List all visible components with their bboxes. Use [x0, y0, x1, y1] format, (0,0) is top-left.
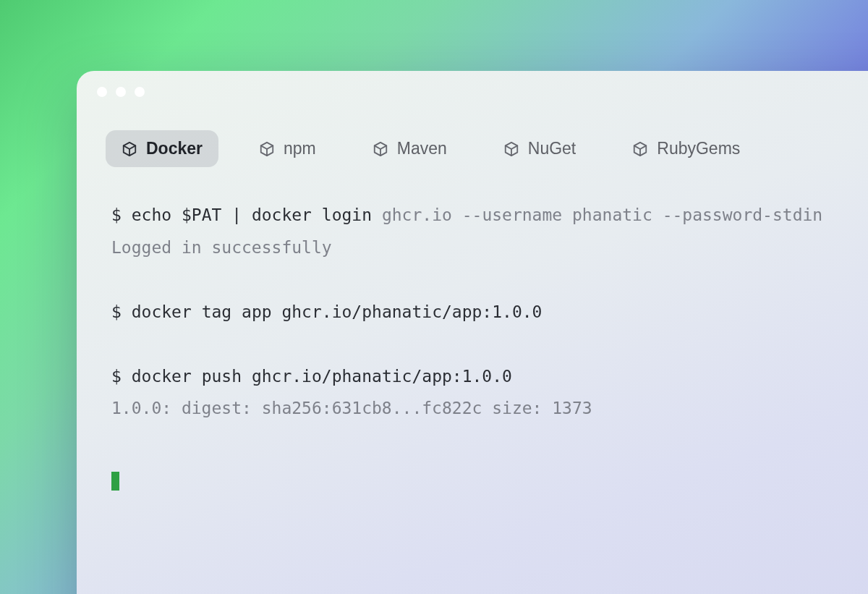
window-control-minimize[interactable]: [116, 87, 126, 97]
tab-label: Maven: [397, 139, 447, 158]
package-icon: [373, 141, 388, 157]
command-line: $ echo $PAT | docker login ghcr.io --use…: [111, 199, 868, 232]
tab-label: npm: [284, 139, 316, 158]
tab-label: NuGet: [528, 139, 576, 158]
terminal-output: $ echo $PAT | docker login ghcr.io --use…: [77, 174, 868, 491]
terminal-window: Docker npm Maven NuGet RubyGems: [77, 71, 868, 594]
package-icon: [122, 141, 137, 157]
tab-docker[interactable]: Docker: [106, 130, 218, 167]
command-text: echo $PAT | docker login: [132, 205, 382, 224]
tab-label: RubyGems: [657, 139, 740, 158]
prompt-symbol: $: [111, 302, 122, 321]
prompt-symbol: $: [111, 367, 122, 386]
command-text: docker tag app ghcr.io/phanatic/app:1.0.…: [132, 302, 542, 321]
tab-label: Docker: [146, 139, 203, 158]
package-icon: [632, 141, 648, 157]
command-line: $ docker tag app ghcr.io/phanatic/app:1.…: [111, 296, 868, 328]
terminal-cursor: [111, 472, 119, 491]
command-line: $ docker push ghcr.io/phanatic/app:1.0.0: [111, 360, 868, 393]
tab-nuget[interactable]: NuGet: [488, 130, 592, 167]
tab-maven[interactable]: Maven: [357, 130, 463, 167]
command-args: ghcr.io --username phanatic --password-s…: [382, 205, 822, 224]
window-control-zoom[interactable]: [135, 87, 145, 97]
tab-rubygems[interactable]: RubyGems: [616, 130, 756, 167]
command-text: docker push ghcr.io/phanatic/app:1.0.0: [132, 367, 512, 386]
output-line: Logged in successfully: [111, 232, 868, 264]
package-tabs: Docker npm Maven NuGet RubyGems: [77, 113, 868, 174]
window-control-close[interactable]: [97, 87, 107, 97]
tab-npm[interactable]: npm: [243, 130, 332, 167]
window-titlebar: [77, 71, 868, 113]
prompt-symbol: $: [111, 205, 122, 224]
package-icon: [259, 141, 275, 157]
package-icon: [503, 141, 519, 157]
output-line: 1.0.0: digest: sha256:631cb8...fc822c si…: [111, 392, 868, 425]
